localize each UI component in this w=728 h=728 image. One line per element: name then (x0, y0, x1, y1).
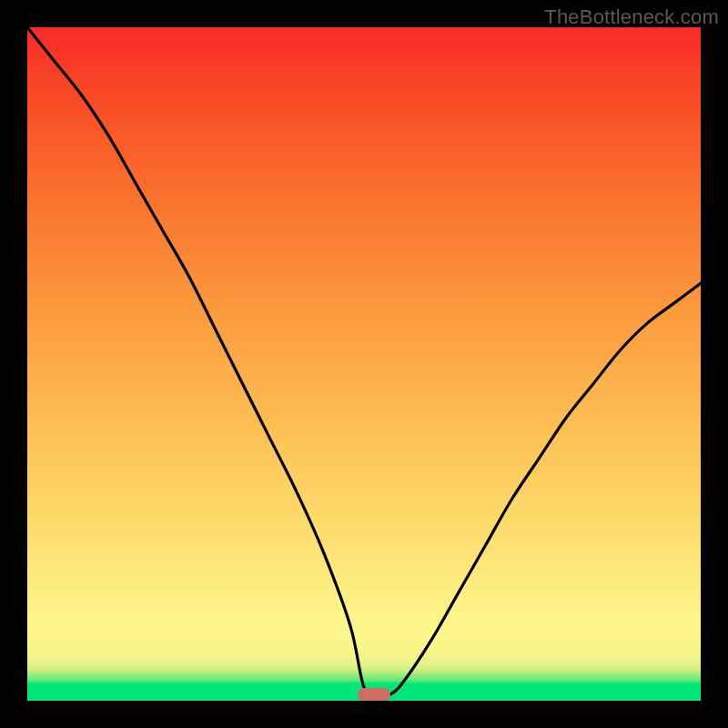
curve-layer (27, 27, 701, 701)
optimal-marker (358, 688, 390, 701)
bottleneck-curve (27, 27, 701, 695)
chart-frame: TheBottleneck.com (0, 0, 728, 728)
watermark-text: TheBottleneck.com (544, 5, 719, 29)
plot-area (27, 27, 701, 701)
